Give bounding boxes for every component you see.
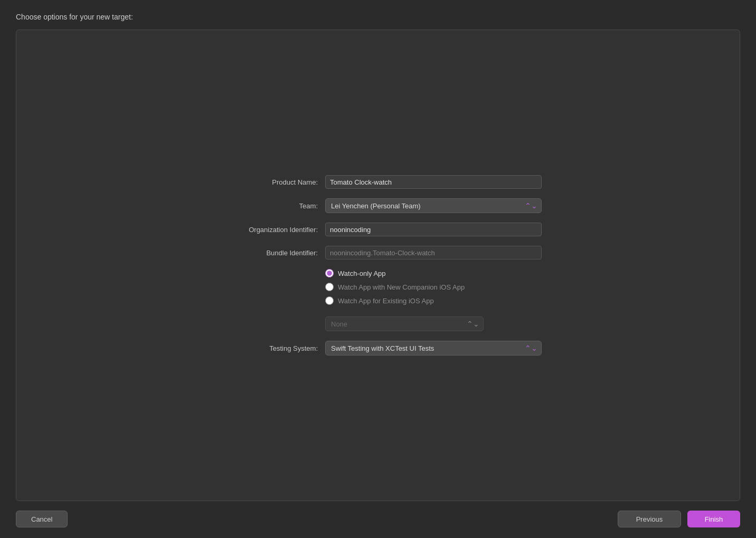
none-select[interactable]: None	[325, 316, 484, 331]
bundle-identifier-label: Bundle Identifier:	[214, 249, 325, 257]
radio-companion-row: Watch App with New Companion iOS App	[325, 283, 542, 291]
radio-companion[interactable]	[325, 283, 334, 291]
radio-existing-label[interactable]: Watch App for Existing iOS App	[338, 297, 434, 305]
team-label: Team:	[214, 202, 325, 210]
product-name-row: Product Name:	[214, 175, 542, 189]
product-name-label: Product Name:	[214, 178, 325, 186]
previous-button[interactable]: Previous	[618, 511, 681, 527]
bundle-identifier-value: noonincoding.Tomato-Clock-watch	[325, 246, 542, 260]
none-dropdown-row: None ⌃⌄	[325, 316, 542, 331]
radio-existing-row: Watch App for Existing iOS App	[325, 296, 542, 305]
none-select-wrapper: None ⌃⌄	[325, 316, 484, 331]
radio-existing[interactable]	[325, 296, 334, 305]
product-name-input[interactable]	[325, 175, 542, 189]
finish-button[interactable]: Finish	[687, 511, 740, 527]
footer-bar: Cancel Previous Finish	[16, 501, 740, 527]
org-identifier-label: Organization Identifier:	[214, 226, 325, 234]
form-container: Product Name: Team: Lei Yenchen (Persona…	[214, 175, 542, 356]
page-title: Choose options for your new target:	[16, 13, 740, 21]
org-identifier-row: Organization Identifier:	[214, 223, 542, 236]
bundle-identifier-row: Bundle Identifier: noonincoding.Tomato-C…	[214, 246, 542, 260]
footer-right: Previous Finish	[618, 511, 740, 527]
radio-watch-only-label[interactable]: Watch-only App	[338, 270, 386, 277]
testing-system-label: Testing System:	[214, 344, 325, 352]
radio-watch-only[interactable]	[325, 269, 334, 277]
main-panel: Product Name: Team: Lei Yenchen (Persona…	[16, 30, 740, 501]
radio-watch-only-row: Watch-only App	[325, 269, 542, 277]
team-select[interactable]: Lei Yenchen (Personal Team)	[325, 198, 542, 213]
radio-companion-label[interactable]: Watch App with New Companion iOS App	[338, 283, 465, 291]
cancel-button[interactable]: Cancel	[16, 511, 68, 527]
team-row: Team: Lei Yenchen (Personal Team) ⌃⌄	[214, 198, 542, 213]
testing-system-select[interactable]: Swift Testing with XCTest UI Tests	[325, 341, 542, 356]
team-select-wrapper: Lei Yenchen (Personal Team) ⌃⌄	[325, 198, 542, 213]
radio-group: Watch-only App Watch App with New Compan…	[325, 269, 542, 305]
testing-system-row: Testing System: Swift Testing with XCTes…	[214, 341, 542, 356]
testing-system-select-wrapper: Swift Testing with XCTest UI Tests ⌃⌄	[325, 341, 542, 356]
org-identifier-input[interactable]	[325, 223, 542, 236]
